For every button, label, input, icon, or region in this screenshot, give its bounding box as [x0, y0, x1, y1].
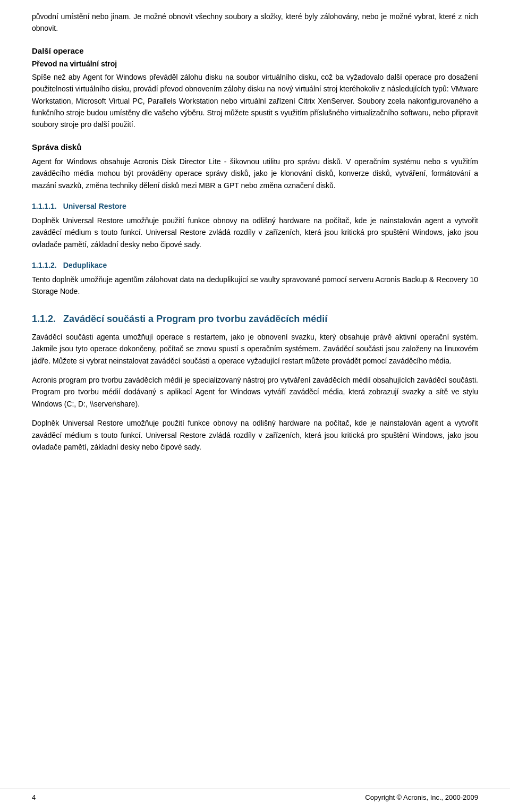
para-112-1: Zaváděcí součásti agenta umožňují operac…	[32, 331, 478, 367]
heading-112-num: 1.1.2.	[32, 314, 56, 325]
heading-1111-num: 1.1.1.1.	[32, 202, 57, 210]
para-sprava: Agent for Windows obsahuje Acronis Disk …	[32, 156, 478, 191]
heading-1112-title: Deduplikace	[63, 261, 107, 269]
heading-112-title: Zaváděcí součásti a Program pro tvorbu z…	[63, 314, 327, 325]
section-dalsi-operace: Další operace	[32, 46, 478, 55]
section-sprava-disku: Správa disků	[32, 142, 478, 151]
heading-1111-title: Universal Restore	[63, 202, 126, 210]
footer-page-number: 4	[32, 793, 36, 801]
intro-para1: původní umístění nebo jinam. Je možné ob…	[32, 11, 478, 35]
para-1111: Doplněk Universal Restore umožňuje použi…	[32, 215, 478, 250]
heading-1112-num: 1.1.1.2.	[32, 261, 57, 269]
para-prevod: Spíše než aby Agent for Windows převáděl…	[32, 71, 478, 131]
para-112-2: Acronis program pro tvorbu zaváděcích mé…	[32, 374, 478, 410]
para-1112: Tento doplněk umožňuje agentům zálohovat…	[32, 274, 478, 298]
para-112-3: Doplněk Universal Restore umožňuje použi…	[32, 417, 478, 453]
page-footer: 4 Copyright © Acronis, Inc., 2000-2009	[0, 789, 510, 801]
heading-112: 1.1.2. Zaváděcí součásti a Program pro t…	[32, 314, 478, 325]
heading-1112: 1.1.1.2. Deduplikace	[32, 261, 478, 269]
subsection-prevod: Převod na virtuální stroj	[32, 60, 478, 68]
footer-copyright: Copyright © Acronis, Inc., 2000-2009	[365, 793, 478, 801]
heading-1111: 1.1.1.1. Universal Restore	[32, 202, 478, 210]
